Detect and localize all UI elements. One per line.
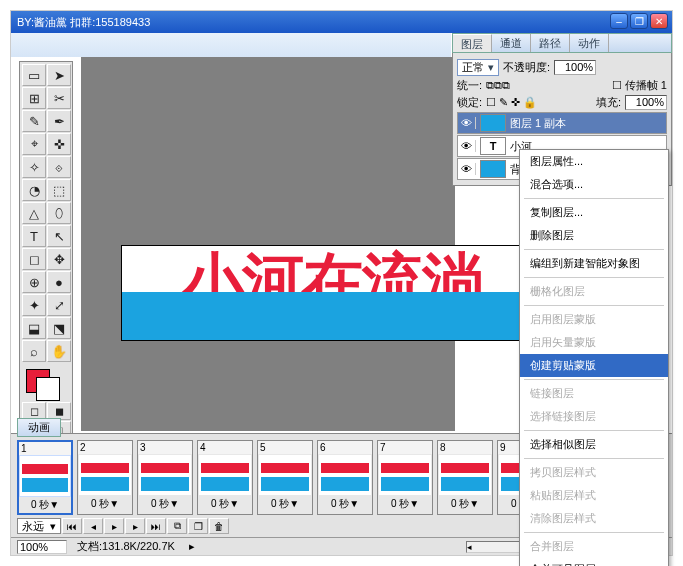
menu-item: 粘贴图层样式 bbox=[520, 484, 668, 507]
layer-thumbnail[interactable] bbox=[480, 114, 506, 132]
tool-0[interactable]: ▭ bbox=[22, 64, 46, 86]
frame-delay[interactable]: 0 秒▼ bbox=[318, 496, 372, 512]
menu-item[interactable]: 选择相似图层 bbox=[520, 433, 668, 456]
fill-label: 填充: bbox=[596, 95, 621, 110]
opacity-input[interactable]: 100% bbox=[554, 60, 596, 75]
tool-5[interactable]: ✒ bbox=[47, 110, 71, 132]
color-swatch[interactable] bbox=[22, 365, 71, 401]
tool-25[interactable]: ✋ bbox=[47, 340, 71, 362]
unify-icon[interactable]: ⧉⧉⧉ bbox=[486, 79, 510, 92]
menu-item: 启用矢量蒙版 bbox=[520, 331, 668, 354]
tool-1[interactable]: ➤ bbox=[47, 64, 71, 86]
title-bar: BY:酱油黨 扣群:155189433 – ❐ ✕ bbox=[11, 11, 672, 33]
tool-12[interactable]: △ bbox=[22, 202, 46, 224]
first-frame-button[interactable]: ⏮ bbox=[62, 518, 82, 534]
maximize-button[interactable]: ❐ bbox=[630, 13, 648, 29]
tab-actions[interactable]: 动作 bbox=[570, 34, 609, 52]
tool-4[interactable]: ✎ bbox=[22, 110, 46, 132]
tool-7[interactable]: ✜ bbox=[47, 133, 71, 155]
last-frame-button[interactable]: ⏭ bbox=[146, 518, 166, 534]
menu-item[interactable]: 创建剪贴蒙版 bbox=[520, 354, 668, 377]
tool-2[interactable]: ⊞ bbox=[22, 87, 46, 109]
tool-21[interactable]: ⤢ bbox=[47, 294, 71, 316]
visibility-icon[interactable]: 👁 bbox=[458, 163, 476, 175]
tool-17[interactable]: ✥ bbox=[47, 248, 71, 270]
frame-delay[interactable]: 0 秒▼ bbox=[378, 496, 432, 512]
document-canvas[interactable]: 小河在流淌 bbox=[121, 245, 543, 341]
animation-frame[interactable]: 50 秒▼ bbox=[257, 440, 313, 515]
animation-frame[interactable]: 10 秒▼ bbox=[17, 440, 73, 515]
tab-paths[interactable]: 路径 bbox=[531, 34, 570, 52]
frame-delay[interactable]: 0 秒▼ bbox=[258, 496, 312, 512]
menu-item[interactable]: 混合选项... bbox=[520, 173, 668, 196]
tool-20[interactable]: ✦ bbox=[22, 294, 46, 316]
frame-delay[interactable]: 0 秒▼ bbox=[19, 497, 71, 513]
tween-button[interactable]: ⧉ bbox=[167, 518, 187, 534]
lock-icons[interactable]: ☐ ✎ ✜ 🔒 bbox=[486, 96, 537, 109]
layer-thumbnail[interactable] bbox=[480, 160, 506, 178]
frame-thumbnail bbox=[20, 456, 70, 496]
tool-22[interactable]: ⬓ bbox=[22, 317, 46, 339]
app-header bbox=[11, 33, 451, 57]
propagate-checkbox[interactable]: ☐ 传播帧 1 bbox=[612, 78, 667, 93]
frame-number: 1 bbox=[19, 442, 71, 455]
menu-item[interactable]: 图层属性... bbox=[520, 150, 668, 173]
zoom-input[interactable]: 100% bbox=[17, 540, 67, 554]
menu-item[interactable]: 删除图层 bbox=[520, 224, 668, 247]
loop-select[interactable]: 永远 bbox=[17, 518, 61, 534]
frame-number: 5 bbox=[258, 441, 312, 454]
animation-tab[interactable]: 动画 bbox=[17, 418, 61, 437]
tool-24[interactable]: ⌕ bbox=[22, 340, 46, 362]
animation-frames: 10 秒▼20 秒▼30 秒▼40 秒▼50 秒▼60 秒▼70 秒▼80 秒▼… bbox=[17, 440, 553, 515]
new-frame-button[interactable]: ❐ bbox=[188, 518, 208, 534]
layer-name: 图层 1 副本 bbox=[510, 116, 566, 131]
frame-thumbnail bbox=[319, 455, 371, 495]
play-button[interactable]: ▸ bbox=[104, 518, 124, 534]
tab-layers[interactable]: 图层 bbox=[453, 34, 492, 52]
tool-11[interactable]: ⬚ bbox=[47, 179, 71, 201]
tool-3[interactable]: ✂ bbox=[47, 87, 71, 109]
animation-frame[interactable]: 20 秒▼ bbox=[77, 440, 133, 515]
animation-frame[interactable]: 30 秒▼ bbox=[137, 440, 193, 515]
tab-channels[interactable]: 通道 bbox=[492, 34, 531, 52]
prev-frame-button[interactable]: ◂ bbox=[83, 518, 103, 534]
tool-14[interactable]: T bbox=[22, 225, 46, 247]
tool-13[interactable]: ⬯ bbox=[47, 202, 71, 224]
tool-15[interactable]: ↖ bbox=[47, 225, 71, 247]
frame-thumbnail bbox=[259, 455, 311, 495]
visibility-icon[interactable]: 👁 bbox=[458, 117, 476, 129]
animation-frame[interactable]: 70 秒▼ bbox=[377, 440, 433, 515]
blend-mode-select[interactable]: 正常 bbox=[457, 59, 499, 76]
delete-frame-button[interactable]: 🗑 bbox=[209, 518, 229, 534]
frame-delay[interactable]: 0 秒▼ bbox=[138, 496, 192, 512]
menu-item: 拷贝图层样式 bbox=[520, 461, 668, 484]
tool-16[interactable]: ◻ bbox=[22, 248, 46, 270]
frame-delay[interactable]: 0 秒▼ bbox=[438, 496, 492, 512]
tool-10[interactable]: ◔ bbox=[22, 179, 46, 201]
frame-delay[interactable]: 0 秒▼ bbox=[78, 496, 132, 512]
animation-frame[interactable]: 40 秒▼ bbox=[197, 440, 253, 515]
menu-item[interactable]: 编组到新建智能对象图 bbox=[520, 252, 668, 275]
frame-delay[interactable]: 0 秒▼ bbox=[198, 496, 252, 512]
workspace: 小河在流淌 bbox=[81, 57, 455, 431]
fill-input[interactable]: 100% bbox=[625, 95, 667, 110]
tool-18[interactable]: ⊕ bbox=[22, 271, 46, 293]
menu-item[interactable]: 合并可见图层 bbox=[520, 558, 668, 566]
tool-9[interactable]: ⟐ bbox=[47, 156, 71, 178]
tool-6[interactable]: ⌖ bbox=[22, 133, 46, 155]
tool-23[interactable]: ⬔ bbox=[47, 317, 71, 339]
animation-frame[interactable]: 80 秒▼ bbox=[437, 440, 493, 515]
frame-number: 6 bbox=[318, 441, 372, 454]
next-frame-button[interactable]: ▸ bbox=[125, 518, 145, 534]
visibility-icon[interactable]: 👁 bbox=[458, 140, 476, 152]
doc-info-arrow-icon[interactable]: ▸ bbox=[189, 540, 195, 553]
animation-frame[interactable]: 60 秒▼ bbox=[317, 440, 373, 515]
tool-19[interactable]: ● bbox=[47, 271, 71, 293]
layer-thumbnail[interactable]: T bbox=[480, 137, 506, 155]
minimize-button[interactable]: – bbox=[610, 13, 628, 29]
close-button[interactable]: ✕ bbox=[650, 13, 668, 29]
layer-row[interactable]: 👁图层 1 副本 bbox=[457, 112, 667, 134]
tool-8[interactable]: ✧ bbox=[22, 156, 46, 178]
menu-item[interactable]: 复制图层... bbox=[520, 201, 668, 224]
menu-item: 启用图层蒙版 bbox=[520, 308, 668, 331]
